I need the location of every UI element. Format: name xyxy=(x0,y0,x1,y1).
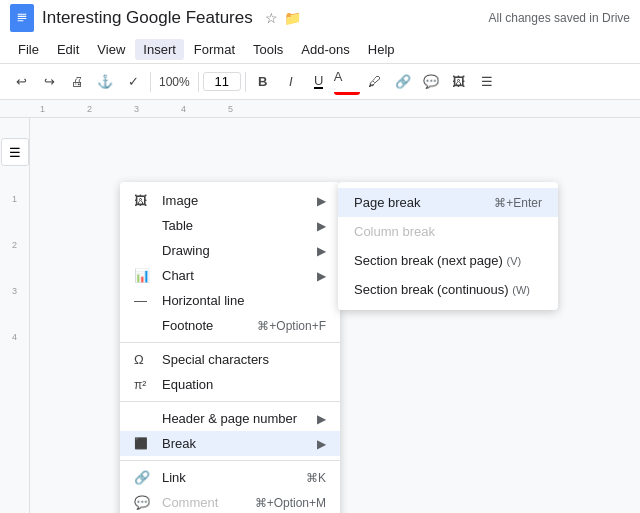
horizontal-ruler: 1 2 3 4 5 xyxy=(0,100,640,118)
toolbar-divider-3 xyxy=(245,72,246,92)
break-icon: ⬛ xyxy=(134,437,154,450)
comment-button[interactable]: 💬 xyxy=(418,69,444,95)
bold-button[interactable]: B xyxy=(250,69,276,95)
image-label: Image xyxy=(162,193,309,208)
menu-insert[interactable]: Insert xyxy=(135,39,184,60)
paint-format-button[interactable]: ⚓ xyxy=(92,69,118,95)
break-option-page[interactable]: Page break ⌘+Enter xyxy=(338,188,558,217)
break-option-section-next[interactable]: Section break (next page) (V) xyxy=(338,246,558,275)
special-chars-label: Special characters xyxy=(162,352,326,367)
menu-option-footnote[interactable]: Footnote ⌘+Option+F xyxy=(120,313,340,338)
menu-option-special[interactable]: Ω Special characters xyxy=(120,347,340,372)
text-color-button[interactable]: A xyxy=(334,69,360,95)
spell-check-button[interactable]: ✓ xyxy=(120,69,146,95)
underline-button[interactable]: U xyxy=(306,69,332,95)
chart-icon: 📊 xyxy=(134,268,154,283)
table-label: Table xyxy=(162,218,309,233)
insert-menu: 🖼 Image ▶ Table ▶ Drawing ▶ 📊 Chart ▶ — xyxy=(120,182,340,513)
link-label: Link xyxy=(162,470,290,485)
drawing-arrow: ▶ xyxy=(317,244,326,258)
section-next-label: Section break (next page) (V) xyxy=(354,253,542,268)
outline-icon[interactable]: ☰ xyxy=(1,138,29,166)
image-button[interactable]: 🖼 xyxy=(446,69,472,95)
print-button[interactable]: 🖨 xyxy=(64,69,90,95)
svg-rect-2 xyxy=(18,16,27,17)
align-button[interactable]: ☰ xyxy=(474,69,500,95)
menu-option-comment: 💬 Comment ⌘+Option+M xyxy=(120,490,340,513)
equation-label: Equation xyxy=(162,377,326,392)
drawing-label: Drawing xyxy=(162,243,309,258)
hline-label: Horizontal line xyxy=(162,293,326,308)
svg-rect-4 xyxy=(18,20,24,21)
page-break-shortcut: ⌘+Enter xyxy=(494,196,542,210)
menu-divider-3 xyxy=(120,460,340,461)
toolbar: ↩ ↪ 🖨 ⚓ ✓ 100% 11 B I U A 🖊 🔗 💬 🖼 ☰ xyxy=(0,64,640,100)
menu-option-drawing[interactable]: Drawing ▶ xyxy=(120,238,340,263)
menu-file[interactable]: File xyxy=(10,39,47,60)
menu-help[interactable]: Help xyxy=(360,39,403,60)
break-option-column: Column break xyxy=(338,217,558,246)
doc-icon xyxy=(10,4,34,32)
highlight-button[interactable]: 🖊 xyxy=(362,69,388,95)
italic-button[interactable]: I xyxy=(278,69,304,95)
star-icon[interactable]: ☆ xyxy=(265,10,278,26)
toolbar-divider-1 xyxy=(150,72,151,92)
header-arrow: ▶ xyxy=(317,412,326,426)
dropdown-overlay: 🖼 Image ▶ Table ▶ Drawing ▶ 📊 Chart ▶ — xyxy=(0,182,640,513)
break-option-section-cont[interactable]: Section break (continuous) (W) xyxy=(338,275,558,304)
section-cont-label: Section break (continuous) (W) xyxy=(354,282,542,297)
equation-icon: π² xyxy=(134,378,154,392)
break-submenu: Page break ⌘+Enter Column break Section … xyxy=(338,182,558,310)
save-status: All changes saved in Drive xyxy=(489,11,630,25)
folder-icon[interactable]: 📁 xyxy=(284,10,301,26)
document-title: Interesting Google Features xyxy=(42,8,253,28)
chart-label: Chart xyxy=(162,268,309,283)
page-break-label: Page break xyxy=(354,195,494,210)
comment-label: Comment xyxy=(162,495,239,510)
menu-option-chart[interactable]: 📊 Chart ▶ xyxy=(120,263,340,288)
footnote-shortcut: ⌘+Option+F xyxy=(257,319,326,333)
menu-view[interactable]: View xyxy=(89,39,133,60)
menu-option-break[interactable]: ⬛ Break ▶ xyxy=(120,431,340,456)
link-shortcut: ⌘K xyxy=(306,471,326,485)
footnote-label: Footnote xyxy=(162,318,241,333)
menu-bar: File Edit View Insert Format Tools Add-o… xyxy=(0,36,640,64)
content-area: ☰ 1 2 3 4 🖼 Image ▶ Table ▶ Drawing ▶ xyxy=(0,118,640,513)
menu-tools[interactable]: Tools xyxy=(245,39,291,60)
title-bar: Interesting Google Features ☆ 📁 All chan… xyxy=(0,0,640,36)
link-icon: 🔗 xyxy=(134,470,154,485)
comment-shortcut: ⌘+Option+M xyxy=(255,496,326,510)
column-break-label: Column break xyxy=(354,224,542,239)
menu-divider-2 xyxy=(120,401,340,402)
link-button[interactable]: 🔗 xyxy=(390,69,416,95)
title-icons: ☆ 📁 xyxy=(265,10,301,26)
menu-option-table[interactable]: Table ▶ xyxy=(120,213,340,238)
svg-rect-1 xyxy=(18,14,27,15)
zoom-button[interactable]: 100% xyxy=(155,69,194,95)
menu-divider-1 xyxy=(120,342,340,343)
break-label: Break xyxy=(162,436,309,451)
menu-addons[interactable]: Add-ons xyxy=(293,39,357,60)
menu-option-image[interactable]: 🖼 Image ▶ xyxy=(120,188,340,213)
menu-option-hline[interactable]: — Horizontal line xyxy=(120,288,340,313)
comment-icon: 💬 xyxy=(134,495,154,510)
menu-option-link[interactable]: 🔗 Link ⌘K xyxy=(120,465,340,490)
menu-option-header[interactable]: Header & page number ▶ xyxy=(120,406,340,431)
table-arrow: ▶ xyxy=(317,219,326,233)
redo-button[interactable]: ↪ xyxy=(36,69,62,95)
chart-arrow: ▶ xyxy=(317,269,326,283)
svg-rect-3 xyxy=(18,18,27,19)
undo-button[interactable]: ↩ xyxy=(8,69,34,95)
header-label: Header & page number xyxy=(162,411,309,426)
special-chars-icon: Ω xyxy=(134,352,154,367)
toolbar-divider-2 xyxy=(198,72,199,92)
image-arrow: ▶ xyxy=(317,194,326,208)
hline-icon: — xyxy=(134,293,154,308)
menu-option-equation[interactable]: π² Equation xyxy=(120,372,340,397)
font-size-selector[interactable]: 11 xyxy=(203,72,241,91)
image-icon: 🖼 xyxy=(134,193,154,208)
break-arrow: ▶ xyxy=(317,437,326,451)
menu-format[interactable]: Format xyxy=(186,39,243,60)
menu-edit[interactable]: Edit xyxy=(49,39,87,60)
